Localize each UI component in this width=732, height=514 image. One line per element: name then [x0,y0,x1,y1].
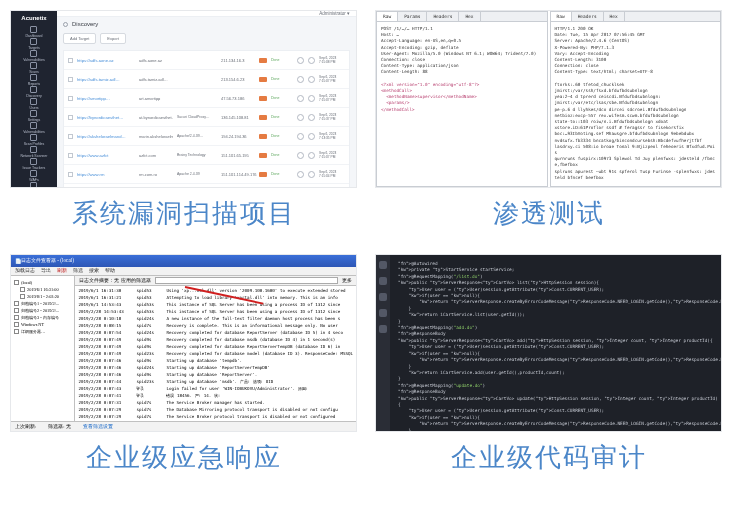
log-row[interactable]: 2019/2/28 0:07:43登录Login failed for user… [78,385,353,392]
scan-icon[interactable] [297,76,304,83]
tab-params[interactable]: Params [398,12,427,21]
scan-icon[interactable] [297,114,304,121]
tree-node[interactable]: Windows NT [14,321,71,328]
checkbox[interactable] [68,172,73,177]
sidebar-item[interactable]: Discovery [21,86,48,98]
table-row[interactable]: https://adfs.tamiz.adl…adfs.tamiz.adl…21… [64,70,349,89]
log-row[interactable]: 2019/2/28 0:07:41登录错误 18456. 严: 14. 状: [78,392,353,399]
log-row[interactable]: 2019/2/28 0:07:46spid9sStarting up datab… [78,371,353,378]
filter-button[interactable]: 筛选 [73,268,83,273]
tree-node[interactable]: 归档编号2 - 2019/2/... [14,307,71,314]
log-grid[interactable]: 2019/6/1 16:31:30spid53Using 'xp...xsl.d… [75,286,356,421]
refresh-button[interactable]: 刷新 [57,268,67,273]
debug-icon[interactable] [379,309,387,317]
scan-icon[interactable] [297,57,304,64]
table-row[interactable]: https://aksheloraelmand…marin.akshelorae… [64,127,349,146]
tab-raw[interactable]: Raw [551,12,572,21]
log-row[interactable]: 2019/2/28 14:53:43spid53sThis instance o… [78,308,353,315]
checkbox[interactable] [68,153,73,158]
sidebar-item[interactable]: Scan Profiles [21,134,48,146]
log-row[interactable]: 2019/6/1 16:31:21spid53Attempting to loa… [78,294,353,301]
sidebar-item[interactable]: Users [21,98,48,110]
checkbox[interactable] [68,134,73,139]
sidebar-item[interactable]: Vulnerabilities [21,50,48,62]
checkbox-icon[interactable] [14,301,19,306]
tab-raw[interactable]: Raw [377,12,398,21]
help-button[interactable]: 帮助 [105,268,115,273]
checkbox[interactable] [68,115,73,120]
export-button[interactable]: 导出 [41,268,51,273]
tab-headers[interactable]: Headers [572,12,604,21]
report-icon[interactable] [308,57,315,64]
checkbox-icon[interactable] [14,329,19,334]
log-row[interactable]: 2019/2/28 0:07:46spid9sStarting up datab… [78,357,353,364]
table-row[interactable]: https://www.azfctazfct.comBrainy Technol… [64,146,349,165]
sidebar-item[interactable]: Vulnerabilities [21,122,48,134]
tab-headers[interactable]: Headers [427,12,459,21]
report-icon[interactable] [308,171,315,178]
tree-node[interactable]: (local) [14,279,71,286]
log-row[interactable]: 2019/6/1 14:53:43spid53sThis instance of… [78,301,353,308]
report-icon[interactable] [308,114,315,121]
report-icon[interactable] [308,76,315,83]
response-body[interactable]: HTTP/1.1 200 OK Date: Tue, 15 Apr 2017 0… [551,22,721,186]
export-button[interactable]: Export [100,33,126,44]
log-row[interactable]: 2019/2/28 0:07:44spid23sStarting up data… [78,378,353,385]
tree-node[interactable]: 详细服务器… [14,328,71,335]
log-row[interactable]: 2019/2/28 0:07:29spid7sThe Database Mirr… [78,406,353,413]
tree-node[interactable]: 归档编号3 - 内存编号 [14,314,71,321]
checkbox[interactable] [68,58,73,63]
log-row[interactable]: 2019/2/28 0:07:29spid7sThe Service Broke… [78,413,353,420]
sidebar-item[interactable]: Settings [21,110,48,122]
checkbox-icon[interactable] [14,308,19,313]
table-row[interactable]: https://adfs.aone.azadfs.aone.az211.134.… [64,51,349,70]
scan-icon[interactable] [297,95,304,102]
files-icon[interactable] [379,261,387,269]
more-label[interactable]: 更多 [342,278,352,283]
request-body[interactable]: POST /1/…/… HTTP/1.1 Host: … Accept-Lang… [377,22,547,186]
filter-input[interactable] [155,277,338,284]
sidebar-item[interactable]: Scans [21,62,48,74]
sidebar-item[interactable]: Email Settings [21,182,48,188]
tab-hex[interactable]: Hex [459,12,480,21]
sidebar-item[interactable]: Issue Trackers [21,158,48,170]
sidebar-item[interactable]: Network Scanner [21,146,48,158]
checkbox-icon[interactable] [20,287,25,292]
checkbox-icon[interactable] [20,294,25,299]
log-row[interactable]: 2019/2/28 0:07:46spid24sStarting up data… [78,364,353,371]
tree-node[interactable]: 2019/8/1 - 2:03:20 [14,293,71,300]
scan-icon[interactable] [297,152,304,159]
sidebar-item[interactable]: Dashboard [21,26,48,38]
report-icon[interactable] [308,133,315,140]
log-row[interactable]: 2019/2/28 0:08:15spid7sRecovery is compl… [78,322,353,329]
log-tree[interactable]: (local)2019/6/1 16:31:002019/8/1 - 2:03:… [11,276,75,421]
checkbox[interactable] [68,96,73,101]
report-icon[interactable] [308,152,315,159]
table-row[interactable]: https://www.rmrm.com.roApache 2.4.39151.… [64,165,349,184]
log-row[interactable]: 2019/2/28 0:07:49spid9sRecovery complete… [78,336,353,343]
sidebar-item[interactable]: Targets [21,38,48,50]
log-row[interactable]: 2019/2/28 0:07:49spid23sRecovery complet… [78,350,353,357]
load-log-button[interactable]: 加载日志 [15,268,35,273]
tree-node[interactable]: 归档编号1 - 2019/2/... [14,300,71,307]
tab-hex[interactable]: Hex [604,12,625,21]
checkbox-icon[interactable] [14,322,19,327]
add-target-button[interactable]: Add Target [63,33,96,44]
checkbox-icon[interactable] [14,280,19,285]
log-row[interactable]: 2019/2/28 0:07:49spid9sRecovery complete… [78,343,353,350]
table-row[interactable]: https://amortipp…art.amortipp47.56.73.18… [64,89,349,108]
table-row[interactable]: https://bynordicaesthet…at.bynordicaesth… [64,108,349,127]
log-row[interactable]: 2019/2/28 0:10:18spid24sA new instance o… [78,315,353,322]
ext-icon[interactable] [379,325,387,333]
acx-admin[interactable]: Administrator ▾ [319,11,350,16]
sidebar-item[interactable]: WAFs [21,170,48,182]
tree-node[interactable]: 2019/6/1 16:31:00 [14,286,71,293]
git-icon[interactable] [379,293,387,301]
log-row[interactable]: 2019/2/28 0:07:31spid7sThe Service Broke… [78,399,353,406]
search-icon[interactable] [379,277,387,285]
scan-icon[interactable] [297,171,304,178]
scan-icon[interactable] [297,133,304,140]
search-button[interactable]: 搜索 [89,268,99,273]
checkbox-icon[interactable] [14,315,19,320]
filter-settings-link[interactable]: 查看筛选设置 [83,424,113,429]
